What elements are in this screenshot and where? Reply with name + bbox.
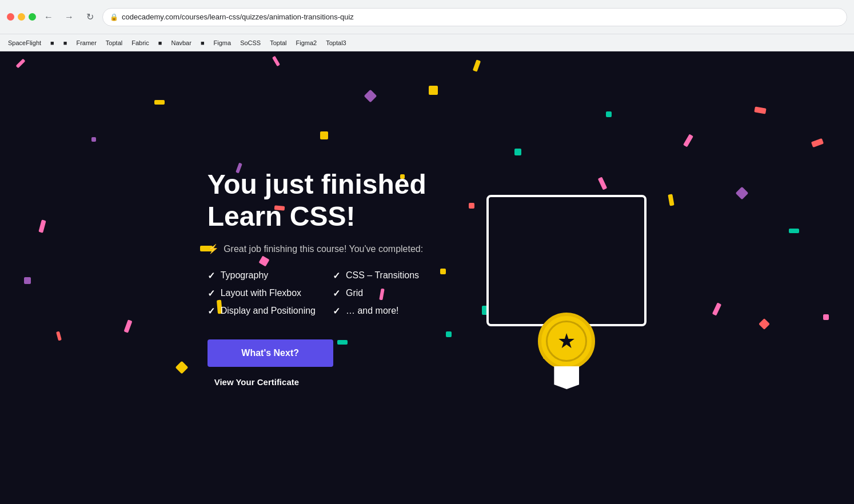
confetti-piece [56, 331, 62, 341]
confetti-piece [175, 361, 189, 374]
maximize-dot[interactable] [29, 13, 36, 21]
window-controls [7, 13, 36, 21]
confetti-piece [754, 106, 766, 114]
confetti-piece [736, 187, 749, 200]
confetti-piece [123, 319, 132, 333]
confetti-piece [154, 100, 165, 105]
view-certificate-link[interactable]: View Your Certificate [214, 377, 441, 387]
text-section: You just finished Learn CSS! ⚡ Great job… [207, 169, 441, 386]
confetti-piece [16, 59, 26, 69]
confetti-piece [606, 111, 612, 117]
checklist: ✓ Typography ✓ CSS – Transitions ✓ Layou… [207, 270, 441, 317]
main-content: You just finished Learn CSS! ⚡ Great job… [0, 51, 854, 504]
bookmark-item[interactable]: Toptal3 [322, 38, 349, 47]
bookmark-item[interactable]: Navbar [167, 38, 194, 47]
bookmark-item[interactable]: Toptal [266, 38, 290, 47]
check-item-1: ✓ Typography [207, 270, 316, 281]
checkmark-icon: ✓ [333, 288, 340, 299]
certificate-frame [486, 195, 647, 326]
confetti-piece [429, 86, 438, 95]
bookmark-item[interactable]: Figma2 [293, 38, 321, 47]
medal-circle: ★ [538, 313, 595, 370]
checkmark-icon: ✓ [333, 306, 340, 317]
confetti-piece [320, 131, 328, 139]
bookmark-item[interactable]: ■ [47, 38, 58, 47]
confetti-piece [759, 318, 770, 330]
bookmark-item[interactable]: Framer [73, 38, 99, 47]
check-item-5: ✓ Display and Positioning [207, 306, 316, 317]
star-icon: ★ [557, 329, 576, 353]
check-item-2: ✓ CSS – Transitions [333, 270, 441, 281]
check-item-6: ✓ … and more! [333, 306, 441, 317]
url-text: codecademy.com/courses/learn-css/quizzes… [122, 13, 354, 21]
content-wrapper: You just finished Learn CSS! ⚡ Great job… [207, 169, 647, 386]
certificate-section: ★ [486, 195, 647, 361]
confetti-piece [24, 277, 31, 284]
check-item-4: ✓ Grid [333, 288, 441, 299]
subtitle: ⚡ Great job finishing this course! You'v… [207, 243, 441, 254]
close-dot[interactable] [7, 13, 14, 21]
main-title: You just finished Learn CSS! [207, 169, 441, 231]
medal-ribbon [554, 366, 579, 389]
medal: ★ [538, 313, 595, 389]
checkmark-icon: ✓ [207, 270, 215, 281]
confetti-piece [823, 314, 829, 320]
check-item-3: ✓ Layout with Flexbox [207, 288, 316, 299]
bookmark-item[interactable]: ■ [60, 38, 71, 47]
confetti-piece [668, 194, 674, 206]
confetti-piece [789, 229, 799, 233]
whats-next-button[interactable]: What's Next? [207, 339, 333, 367]
bookmark-item[interactable]: Fabric [128, 38, 153, 47]
confetti-piece [514, 149, 521, 155]
minimize-dot[interactable] [18, 13, 25, 21]
confetti-piece [272, 56, 280, 67]
checkmark-icon: ✓ [207, 288, 215, 299]
confetti-piece [38, 219, 46, 233]
back-button[interactable]: ← [41, 9, 57, 25]
confetti-piece [712, 302, 722, 315]
confetti-piece [364, 90, 377, 103]
confetti-piece [811, 138, 824, 147]
address-bar[interactable]: 🔒 codecademy.com/courses/learn-css/quizz… [102, 8, 847, 26]
checkmark-icon: ✓ [207, 306, 215, 317]
bookmark-item[interactable]: Toptal [102, 38, 126, 47]
bookmark-item[interactable]: SpaceFlight [5, 38, 45, 47]
bookmark-item[interactable]: ■ [155, 38, 166, 47]
browser-chrome: ← → ↻ 🔒 codecademy.com/courses/learn-css… [0, 0, 854, 34]
confetti-piece [473, 59, 481, 72]
checkmark-icon: ✓ [333, 270, 340, 281]
bookmark-item[interactable]: SoCSS [237, 38, 264, 47]
bookmark-item[interactable]: Figma [210, 38, 235, 47]
forward-button[interactable]: → [61, 9, 77, 25]
bookmarks-bar: SpaceFlight ■ ■ Framer Toptal Fabric ■ N… [0, 34, 854, 51]
reload-button[interactable]: ↻ [82, 9, 98, 25]
lightning-icon: ⚡ [207, 244, 219, 254]
bookmark-item[interactable]: ■ [197, 38, 208, 47]
medal-inner-circle: ★ [546, 321, 587, 362]
confetti-piece [683, 134, 693, 147]
confetti-piece [91, 137, 96, 142]
lock-icon: 🔒 [110, 13, 118, 21]
